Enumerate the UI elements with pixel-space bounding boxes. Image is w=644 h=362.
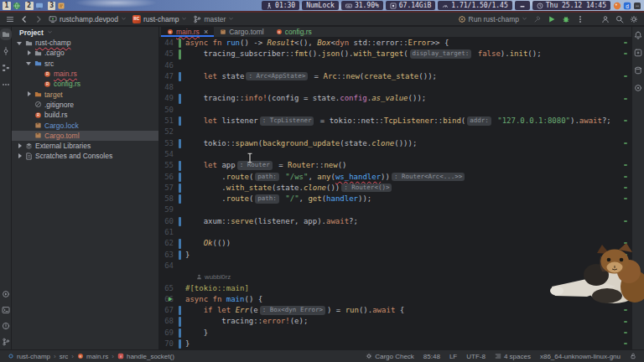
code-line-46[interactable]: 46 xyxy=(159,60,631,71)
close-icon[interactable]: × xyxy=(204,28,208,36)
line-number: 54 xyxy=(159,149,178,160)
run-configuration-selector[interactable]: Run rust-champ xyxy=(458,15,527,23)
remote-host-widget[interactable]: rustchamp.devpod xyxy=(49,15,127,23)
run-button[interactable] xyxy=(548,15,556,23)
tree-item-build-rs[interactable]: Rbuild.rs xyxy=(12,110,158,120)
status-encoding[interactable]: UTF-8 xyxy=(466,353,486,360)
code-line-60[interactable]: 60 axum::serve(listener, app).await?; xyxy=(159,216,631,227)
code-line-47[interactable]: 47 let state: Arc<AppState> = Arc::new(c… xyxy=(159,71,631,82)
code-line-61[interactable]: 61 xyxy=(159,227,631,238)
notifications-icon[interactable] xyxy=(634,31,642,39)
folder-icon xyxy=(25,39,33,47)
tree-toggle-icon[interactable] xyxy=(17,153,23,159)
structure-tool-icon[interactable] xyxy=(2,64,10,72)
code-line-49[interactable]: 49 tracing::info!(config = state.config.… xyxy=(159,93,631,104)
code-line-70[interactable]: 70} xyxy=(159,339,631,349)
git-branch-widget[interactable]: master xyxy=(193,15,234,23)
tab-config-rs[interactable]: Rconfig.rs xyxy=(270,27,318,37)
lock-icon xyxy=(630,353,636,359)
project-tool-icon[interactable] xyxy=(2,30,10,39)
commit-tool-icon[interactable] xyxy=(2,47,10,55)
code-line-59[interactable]: 59 xyxy=(159,204,631,215)
code-line-54[interactable]: 54 xyxy=(159,149,631,160)
tree-item-rust-champ[interactable]: rust-champ xyxy=(12,38,158,48)
tree-item-target[interactable]: target xyxy=(12,89,158,99)
gutter xyxy=(178,127,185,137)
tree-indent xyxy=(26,101,32,107)
run-gutter-icon[interactable] xyxy=(167,296,174,303)
tree-toggle-icon[interactable] xyxy=(17,143,23,149)
cargo-tool-icon[interactable] xyxy=(634,84,642,92)
project-widget[interactable]: RC rust-champ xyxy=(132,15,188,23)
search-everywhere-icon[interactable] xyxy=(615,15,624,23)
docker-tray-icon[interactable]: d xyxy=(623,2,631,10)
build-icon[interactable] xyxy=(533,15,542,23)
more-tools-icon[interactable] xyxy=(2,80,10,89)
database-tool-icon[interactable] xyxy=(634,66,642,75)
breadcrumb-src[interactable]: src xyxy=(60,353,69,360)
code-line-48[interactable]: 48 xyxy=(159,82,631,93)
project-panel-header[interactable]: Project xyxy=(12,27,158,38)
forward-icon[interactable] xyxy=(34,15,43,23)
status-cargo-check[interactable]: Cargo Check xyxy=(366,353,414,360)
more-run-options-icon[interactable] xyxy=(576,15,584,23)
code-line-58[interactable]: 58 .route(path: "/", get(handler)); xyxy=(159,194,631,204)
code-line-45[interactable]: 45 tracing_subscriber::fmt().json().with… xyxy=(159,49,631,59)
code-line-50[interactable]: 50 xyxy=(159,105,631,116)
code-line-51[interactable]: 51 let listener: TcpListener = tokio::ne… xyxy=(159,116,631,127)
line-number: 44 xyxy=(159,38,178,49)
status-indentation[interactable]: 4 spaces xyxy=(495,353,531,360)
breadcrumb-handle-socket[interactable]: fhandle_socket() xyxy=(117,353,174,360)
tab-cargo-toml[interactable]: Cargo.toml xyxy=(214,27,270,37)
code-line-53[interactable]: 53 tokio::spawn(background_update(state.… xyxy=(159,138,631,149)
version-control-tool-icon[interactable] xyxy=(2,338,10,346)
code-line-57[interactable]: 57 .with_state(state.clone()): Router<()… xyxy=(159,183,631,194)
debug-button[interactable] xyxy=(562,15,570,23)
gutter-change-marker xyxy=(178,172,185,183)
project-name-label: rust-champ xyxy=(143,15,179,23)
gutter-change-marker xyxy=(178,183,185,194)
left-stripe-bottom xyxy=(2,290,10,346)
tree-item-external-libraries[interactable]: External Libraries xyxy=(12,141,158,151)
status-target-triple[interactable]: x86_64-unknown-linux-gnu xyxy=(540,353,621,360)
main-menu-icon[interactable] xyxy=(6,15,14,23)
tree-item-gitignore[interactable]: .gitignore xyxy=(12,100,158,110)
workspace-2[interactable]: 2 xyxy=(25,2,44,10)
code-line-44[interactable]: 44async fn run() -> Result<(), Box<dyn s… xyxy=(159,38,631,49)
breadcrumb-main-rs[interactable]: Rmain.rs xyxy=(77,353,108,360)
tree-item-main-rs[interactable]: Rmain.rs xyxy=(12,69,158,79)
paint-tray-icon[interactable] xyxy=(613,2,621,10)
darkapp-tray-icon[interactable] xyxy=(633,2,641,10)
tab-main-rs[interactable]: Rmain.rs× xyxy=(161,27,214,37)
code-line-56[interactable]: 56 .route(path: "/ws", any(ws_handler)):… xyxy=(159,172,631,183)
status-readonly-toggle[interactable] xyxy=(630,353,636,359)
tree-item-config-rs[interactable]: Rconfig.rs xyxy=(12,79,158,89)
tree-item-cargo-toml[interactable]: Cargo.toml xyxy=(12,131,158,141)
services-tool-icon[interactable] xyxy=(2,290,10,298)
tree-item-scratches-and-consoles[interactable]: Scratches and Consoles xyxy=(12,151,158,161)
tree-toggle-icon[interactable] xyxy=(26,91,32,97)
code-line-55[interactable]: 55 let app: Router = Router::new() xyxy=(159,160,631,171)
tree-toggle-icon[interactable] xyxy=(26,60,32,66)
settings-icon[interactable] xyxy=(630,15,638,23)
code-line-52[interactable]: 52 xyxy=(159,127,631,137)
tree-item-cargo[interactable]: .cargo xyxy=(12,48,158,58)
back-icon[interactable] xyxy=(20,15,29,23)
cargof-icon xyxy=(34,132,42,139)
status-caret-position[interactable]: 85:48 xyxy=(423,353,440,360)
tree-item-src[interactable]: src xyxy=(12,59,158,69)
ai-assistant-icon[interactable] xyxy=(634,49,642,57)
code-line-69[interactable]: 69 } xyxy=(159,328,631,339)
user-avatar-icon[interactable] xyxy=(601,15,610,23)
workspace-1[interactable]: 1 xyxy=(3,2,21,10)
line-number: 48 xyxy=(159,82,178,93)
tree-toggle-icon[interactable] xyxy=(17,40,23,46)
workspace-3[interactable]: 3 xyxy=(48,2,66,10)
status-line-ending[interactable]: LF xyxy=(449,353,457,360)
code-line-68[interactable]: 68 tracing::error!(e); xyxy=(159,316,631,327)
tree-item-cargo-lock[interactable]: Cargo.lock xyxy=(12,120,158,130)
tree-toggle-icon[interactable] xyxy=(26,50,32,56)
breadcrumb-rust-champ[interactable]: rust-champ xyxy=(8,353,50,360)
problems-tool-icon[interactable] xyxy=(2,322,10,330)
terminal-tool-icon[interactable] xyxy=(2,306,10,314)
